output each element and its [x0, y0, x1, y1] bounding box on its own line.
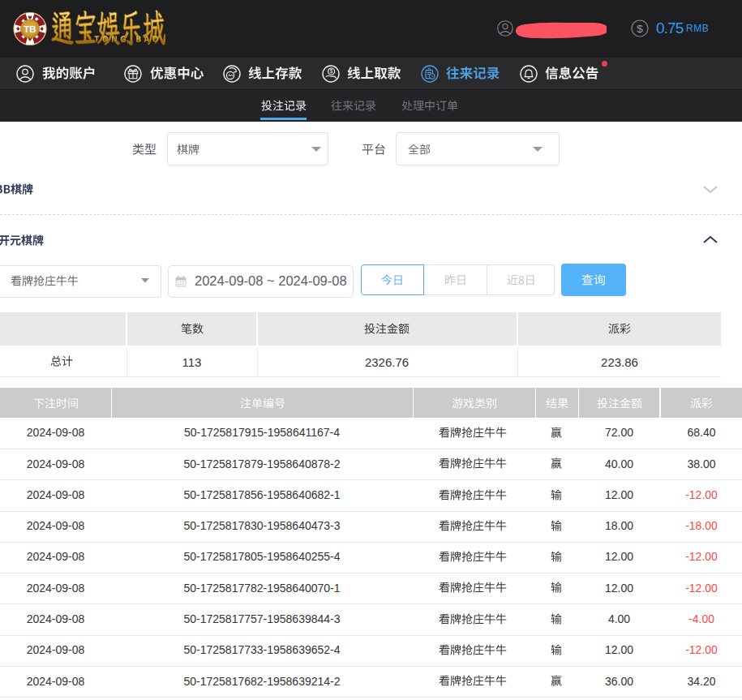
svg-text:$: $ [637, 23, 643, 35]
svg-text:TB: TB [24, 24, 36, 34]
svg-text:$: $ [330, 68, 333, 74]
